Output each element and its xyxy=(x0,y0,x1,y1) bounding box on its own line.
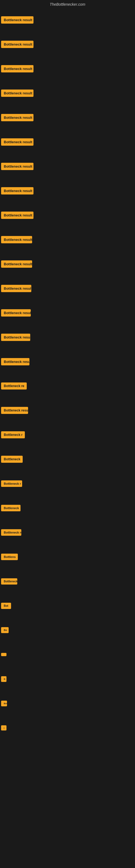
list-item: Bott xyxy=(0,691,135,716)
list-item: Bottleneck result xyxy=(0,227,135,252)
bottleneck-badge[interactable]: Bottleneck result xyxy=(1,260,32,268)
bottleneck-badge[interactable]: Bottleneck xyxy=(1,505,20,511)
list-item: Bottleneck result xyxy=(0,398,135,423)
list-item xyxy=(0,642,135,667)
bottleneck-badge[interactable]: Bottleneck result xyxy=(1,187,34,194)
bottleneck-badge[interactable]: Bottleneck r xyxy=(1,480,22,487)
bottleneck-badge[interactable]: Bottleneck result xyxy=(1,407,28,414)
bottleneck-badge[interactable]: Bottleneck result xyxy=(1,16,34,24)
list-item: Bottleneck result xyxy=(0,81,135,105)
bottleneck-badge[interactable]: Bottleneck result xyxy=(1,41,34,48)
bottleneck-badge[interactable]: Bottleneck result xyxy=(1,285,31,292)
list-item: Bo xyxy=(0,618,135,642)
bottleneck-badge[interactable]: Bottleneck result xyxy=(1,236,32,243)
bottleneck-badge[interactable]: Bottleneck result xyxy=(1,309,31,316)
list-item: Bottleneck result xyxy=(0,325,135,349)
list-item: Bottleneck result xyxy=(0,8,135,32)
list-item: Bottleneck result xyxy=(0,349,135,374)
bottleneck-badge[interactable]: Bottleneck result xyxy=(1,65,34,72)
bottleneck-badge[interactable]: Bottleneck res xyxy=(1,529,21,536)
list-item: Bottleneck result xyxy=(0,130,135,154)
bottleneck-badge[interactable]: Bo xyxy=(1,627,9,633)
bottleneck-badge[interactable]: Bottleneck result xyxy=(1,163,34,170)
bottleneck-list: Bottleneck resultBottleneck resultBottle… xyxy=(0,8,135,740)
list-item: | xyxy=(0,716,135,740)
list-item: Bottleneck result xyxy=(0,203,135,227)
list-item: Bottleneck res xyxy=(0,520,135,545)
bottleneck-badge[interactable]: Bottleneck result xyxy=(1,334,30,341)
list-item: Bottleneck r xyxy=(0,423,135,447)
list-item: Bottleneck result xyxy=(0,105,135,130)
bottleneck-badge[interactable]: Bottleneck result xyxy=(1,138,34,146)
bottleneck-badge[interactable]: Bottleneck re xyxy=(1,382,27,390)
list-item: Bottleneck result xyxy=(0,154,135,179)
bottleneck-badge[interactable]: Bottleneck result xyxy=(1,358,30,365)
list-item: Bottleneck xyxy=(0,569,135,593)
bottleneck-badge[interactable]: Bottleneck result xyxy=(1,90,34,97)
bottleneck-badge[interactable]: B xyxy=(1,676,6,682)
list-item: Bottleneck result xyxy=(0,252,135,276)
list-item: Bot xyxy=(0,593,135,618)
bottleneck-badge[interactable]: Bottleneck xyxy=(1,578,17,585)
list-item: Bottleneck result xyxy=(0,56,135,81)
bottleneck-badge[interactable]: Bot xyxy=(1,603,11,609)
bottleneck-badge[interactable]: Bottleneck r xyxy=(1,431,25,438)
bottleneck-badge[interactable]: Bottleneck result xyxy=(1,114,34,121)
bottleneck-badge[interactable]: Bottleneck result xyxy=(1,212,34,219)
site-title-bar: TheBottlenecker.com xyxy=(0,0,135,8)
list-item: Bottleneck result xyxy=(0,32,135,56)
list-item: Bottleneck r xyxy=(0,471,135,496)
bottleneck-badge[interactable] xyxy=(1,653,6,656)
site-title: TheBottlenecker.com xyxy=(0,0,135,8)
list-item: Bottleneck result xyxy=(0,276,135,301)
list-item: B xyxy=(0,667,135,691)
bottleneck-badge[interactable]: Bottlens xyxy=(1,554,18,560)
list-item: Bottleneck re xyxy=(0,374,135,398)
bottleneck-badge[interactable]: Bottleneck xyxy=(1,456,23,463)
bottleneck-badge[interactable]: | xyxy=(1,725,6,731)
list-item: Bottleneck xyxy=(0,447,135,471)
list-item: Bottleneck result xyxy=(0,179,135,203)
list-item: Bottleneck xyxy=(0,496,135,520)
list-item: Bottleneck result xyxy=(0,301,135,325)
bottleneck-badge[interactable]: Bott xyxy=(1,701,7,706)
list-item: Bottlens xyxy=(0,545,135,569)
